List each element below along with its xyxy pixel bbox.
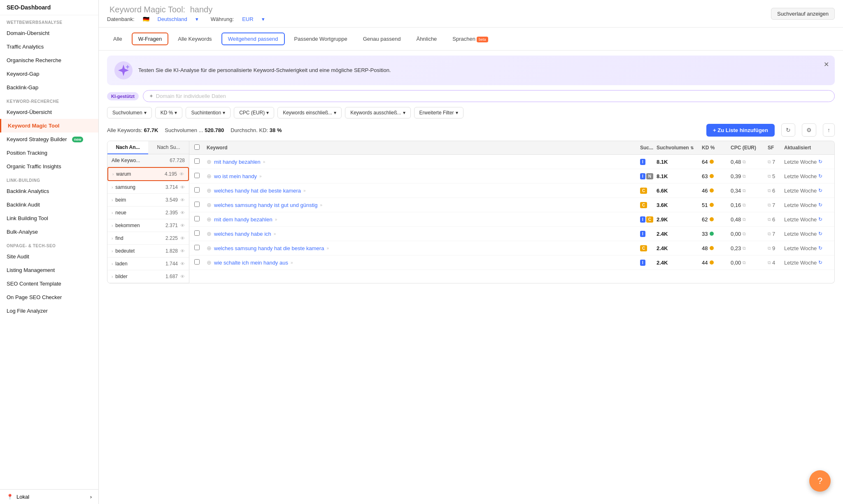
- keyword-cell[interactable]: ⊕ welches handy hat die beste kamera »: [207, 187, 640, 194]
- row-checkbox[interactable]: [194, 158, 200, 164]
- eye-icon[interactable]: 👁: [180, 274, 185, 279]
- sidebar-item-keyword-gap[interactable]: Keyword-Gap: [0, 67, 98, 81]
- copy-icon[interactable]: ⧉: [743, 159, 746, 165]
- currency-dropdown[interactable]: EUR: [242, 16, 253, 22]
- sidebar-item-traffic-analytics[interactable]: Traffic Analytics: [0, 40, 98, 53]
- add-keyword-icon[interactable]: ⊕: [207, 187, 212, 194]
- filter-erweiterte[interactable]: Erweiterte Filter ▾: [414, 107, 463, 118]
- sidebar-item-backlink-analytics[interactable]: Backlink Analytics: [0, 184, 98, 198]
- filter-suchvolumen[interactable]: Suchvolumen ▾: [107, 107, 152, 118]
- copy-icon[interactable]: ⧉: [743, 231, 746, 237]
- sidebar-item-keyword-magic-tool[interactable]: Keyword Magic Tool: [0, 119, 98, 132]
- sf-copy-icon[interactable]: ⧉: [768, 159, 771, 165]
- eye-icon[interactable]: 👁: [180, 249, 185, 253]
- add-keyword-icon[interactable]: ⊕: [207, 259, 212, 266]
- add-keyword-icon[interactable]: ⊕: [207, 202, 212, 208]
- copy-icon[interactable]: ⧉: [743, 217, 746, 222]
- sidebar-item-keyword-strategy-builder[interactable]: Keyword Strategy Buildernew: [0, 132, 98, 146]
- row-checkbox[interactable]: [194, 230, 200, 236]
- keyword-cell[interactable]: ⊕ wie schalte ich mein handy aus »: [207, 259, 640, 266]
- eye-icon[interactable]: 👁: [180, 185, 185, 190]
- th-suchvolumen[interactable]: Suchvolumen ⇅: [657, 145, 702, 151]
- eye-icon[interactable]: 👁: [180, 236, 185, 241]
- sf-copy-icon[interactable]: ⧉: [768, 217, 771, 222]
- row-checkbox[interactable]: [194, 173, 200, 178]
- filter-keywords-einschl[interactable]: Keywords einschließ... ▾: [277, 107, 342, 118]
- sidebar-item-keyword-uebersicht[interactable]: Keyword-Übersicht: [0, 105, 98, 119]
- refresh-row-icon[interactable]: ↻: [818, 260, 822, 265]
- filter-cpc[interactable]: CPC (EUR) ▾: [234, 107, 274, 118]
- refresh-button[interactable]: ↻: [781, 123, 795, 137]
- sf-copy-icon[interactable]: ⧉: [768, 260, 771, 265]
- sf-copy-icon[interactable]: ⧉: [768, 231, 771, 237]
- copy-icon[interactable]: ⧉: [743, 260, 746, 265]
- keyword-cell[interactable]: ⊕ welches samsung handy ist gut und güns…: [207, 202, 640, 208]
- row-checkbox[interactable]: [194, 187, 200, 193]
- refresh-row-icon[interactable]: ↻: [818, 159, 822, 165]
- filter-suchintention[interactable]: Suchintention ▾: [186, 107, 231, 118]
- kg-tab-nach-su[interactable]: Nach Su...: [148, 141, 189, 154]
- sidebar-item-position-tracking[interactable]: Position Tracking: [0, 146, 98, 160]
- add-keyword-icon[interactable]: ⊕: [207, 173, 212, 179]
- kg-row[interactable]: › bilder 1.687 👁: [107, 270, 189, 283]
- keyword-cell[interactable]: ⊕ mit dem handy bezahlen »: [207, 216, 640, 223]
- eye-icon[interactable]: 👁: [180, 210, 185, 215]
- add-keyword-icon[interactable]: ⊕: [207, 230, 212, 237]
- refresh-row-icon[interactable]: ↻: [818, 188, 822, 193]
- ai-domain-input[interactable]: ✦ Domain für individuelle Daten: [143, 90, 835, 102]
- sf-copy-icon[interactable]: ⧉: [768, 174, 771, 179]
- copy-icon[interactable]: ⧉: [743, 174, 746, 179]
- sf-copy-icon[interactable]: ⧉: [768, 188, 771, 193]
- kg-row[interactable]: › bedeutet 1.828 👁: [107, 245, 189, 258]
- refresh-row-icon[interactable]: ↻: [818, 173, 822, 179]
- filter-keywords-ausschl[interactable]: Keywords ausschließ... ▾: [345, 107, 410, 118]
- keyword-cell[interactable]: ⊕ wo ist mein handy »: [207, 173, 640, 179]
- refresh-row-icon[interactable]: ↻: [818, 245, 822, 251]
- sidebar-item-log-file-analyzer[interactable]: Log File Analyzer: [0, 304, 98, 318]
- sf-copy-icon[interactable]: ⧉: [768, 202, 771, 208]
- add-keyword-icon[interactable]: ⊕: [207, 158, 212, 165]
- sidebar-top-item[interactable]: SEO-Dashboard: [0, 0, 98, 15]
- export-button[interactable]: ↑: [823, 123, 835, 137]
- country-chevron[interactable]: ▾: [196, 16, 198, 22]
- eye-icon[interactable]: 👁: [180, 223, 185, 228]
- tab-w-fragen[interactable]: W-Fragen: [132, 33, 169, 45]
- add-keyword-icon[interactable]: ⊕: [207, 245, 212, 251]
- sidebar-item-backlink-gap[interactable]: Backlink-Gap: [0, 81, 98, 94]
- copy-icon[interactable]: ⧉: [743, 188, 746, 193]
- kg-row[interactable]: › neue 2.395 👁: [107, 207, 189, 219]
- refresh-row-icon[interactable]: ↻: [818, 231, 822, 237]
- eye-icon[interactable]: 👁: [180, 261, 185, 266]
- tab-aehnliche[interactable]: Ähnliche: [410, 33, 443, 45]
- sidebar-item-link-building-tool[interactable]: Link Building Tool: [0, 211, 98, 225]
- sf-copy-icon[interactable]: ⧉: [768, 246, 771, 251]
- row-checkbox[interactable]: [194, 245, 200, 250]
- kg-row[interactable]: › samsung 3.714 👁: [107, 181, 189, 194]
- sidebar-item-site-audit[interactable]: Site Audit: [0, 250, 98, 263]
- refresh-row-icon[interactable]: ↻: [818, 202, 822, 208]
- tab-genau-passend[interactable]: Genau passend: [357, 33, 407, 45]
- tab-sprachen[interactable]: Sprachenbeta: [446, 33, 494, 45]
- row-checkbox[interactable]: [194, 259, 200, 265]
- settings-button[interactable]: ⚙: [802, 123, 816, 137]
- keyword-cell[interactable]: ⊕ welches samsung handy hat die beste ka…: [207, 245, 640, 251]
- sidebar-item-bulk-analyse[interactable]: Bulk-Analyse: [0, 225, 98, 239]
- eye-icon[interactable]: 👁: [180, 197, 185, 202]
- kg-all-row[interactable]: Alle Keywo... 67.728: [107, 154, 189, 167]
- tab-passende-wortgruppe[interactable]: Passende Wortgruppe: [288, 33, 354, 45]
- sidebar-item-on-page-seo-checker[interactable]: On Page SEO Checker: [0, 290, 98, 304]
- sidebar-item-organische-recherche[interactable]: Organische Recherche: [0, 53, 98, 67]
- keyword-cell[interactable]: ⊕ mit handy bezahlen »: [207, 158, 640, 165]
- filter-kd[interactable]: KD % ▾: [155, 107, 183, 118]
- refresh-row-icon[interactable]: ↻: [818, 216, 822, 222]
- copy-icon[interactable]: ⧉: [743, 202, 746, 208]
- kg-tab-nach-an[interactable]: Nach An...: [107, 141, 148, 154]
- kg-row[interactable]: › beim 3.549 👁: [107, 194, 189, 207]
- row-checkbox[interactable]: [194, 216, 200, 221]
- help-fab[interactable]: ?: [809, 470, 831, 492]
- sidebar-item-organic-traffic-insights[interactable]: Organic Traffic Insights: [0, 160, 98, 173]
- sidebar-item-backlink-audit[interactable]: Backlink Audit: [0, 198, 98, 211]
- tab-alle-keywords[interactable]: Alle Keywords: [172, 33, 218, 45]
- select-all-checkbox[interactable]: [194, 144, 200, 150]
- kg-row[interactable]: › laden 1.744 👁: [107, 258, 189, 270]
